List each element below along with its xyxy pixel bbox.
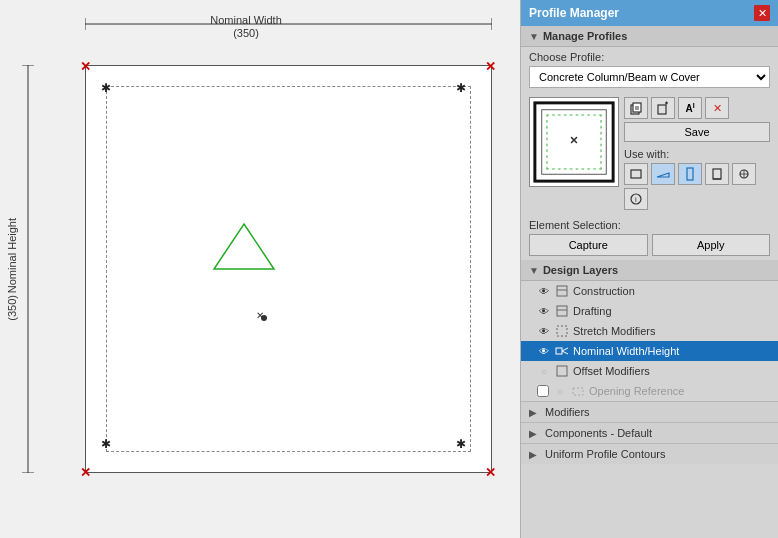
- profile-icon-row: AI ✕: [624, 97, 770, 119]
- layer-drafting[interactable]: 👁 Drafting: [521, 301, 778, 321]
- svg-rect-131: [557, 286, 567, 296]
- svg-line-137: [562, 348, 568, 351]
- info-icon: i: [629, 192, 643, 206]
- dim-width-label: Nominal Width: [0, 14, 492, 26]
- offset-layer-icon: [555, 364, 569, 378]
- save-button[interactable]: Save: [624, 122, 770, 142]
- right-panel: Profile Manager ✕ ▼ Manage Profiles Choo…: [520, 0, 778, 538]
- drafting-layer-icon: [555, 304, 569, 318]
- inner-rectangle: [106, 86, 471, 452]
- layer-stretch-label: Stretch Modifiers: [573, 325, 656, 337]
- use-with-info-button[interactable]: i: [624, 188, 648, 210]
- svg-rect-136: [556, 348, 562, 354]
- choose-profile-section: Choose Profile: Concrete Column/Beam w C…: [521, 47, 778, 92]
- door-icon: [710, 167, 724, 181]
- manage-profiles-arrow: ▼: [529, 31, 539, 42]
- svg-rect-135: [557, 326, 567, 336]
- stretch-layer-icon: [555, 324, 569, 338]
- panel-close-button[interactable]: ✕: [754, 5, 770, 21]
- use-with-beam-button[interactable]: [651, 163, 675, 185]
- svg-rect-124: [713, 169, 721, 179]
- svg-rect-139: [557, 366, 567, 376]
- design-layers-header[interactable]: ▼ Design Layers: [521, 260, 778, 281]
- use-with-wall-button[interactable]: [624, 163, 648, 185]
- svg-marker-122: [657, 173, 669, 177]
- nominal-layer-icon: [555, 344, 569, 358]
- profile-delete-button[interactable]: ✕: [705, 97, 729, 119]
- opening-checkbox[interactable]: [537, 385, 549, 397]
- capture-apply-row: Capture Apply: [529, 234, 770, 256]
- dim-height-value: (350): [6, 295, 18, 321]
- corner-tl: ✱: [101, 81, 111, 91]
- add-icon: [656, 101, 670, 115]
- preview-svg: [530, 98, 618, 186]
- modifiers-label: Modifiers: [545, 406, 590, 418]
- modifiers-section[interactable]: ▶ Modifiers: [521, 401, 778, 422]
- beam-icon: [656, 167, 670, 181]
- layer-nominal-label: Nominal Width/Height: [573, 345, 679, 357]
- corner-bl: ✱: [101, 437, 111, 447]
- eye-icon-offset: ○: [537, 366, 551, 377]
- dim-height-labels: Nominal Height (350): [4, 65, 20, 473]
- svg-rect-111: [548, 116, 601, 169]
- text-icon: AI: [685, 102, 694, 114]
- layer-construction-label: Construction: [573, 285, 635, 297]
- wall-icon: [629, 167, 643, 181]
- layer-stretch[interactable]: 👁 Stretch Modifiers: [521, 321, 778, 341]
- object-icon: [737, 167, 751, 181]
- manage-profiles-header[interactable]: ▼ Manage Profiles: [521, 26, 778, 47]
- dim-height-line: [18, 65, 38, 473]
- components-arrow: ▶: [529, 428, 537, 439]
- panel-title: Profile Manager: [529, 6, 619, 20]
- red-corner-bl: ✕: [80, 466, 92, 478]
- components-label: Components - Default: [545, 427, 652, 439]
- dim-height-label: Nominal Height: [6, 218, 18, 293]
- eye-icon-stretch: 👁: [537, 326, 551, 337]
- uniform-section[interactable]: ▶ Uniform Profile Contours: [521, 443, 778, 464]
- choose-profile-label: Choose Profile:: [529, 51, 770, 63]
- profile-actions: AI ✕ Save Use with:: [624, 97, 770, 210]
- element-selection-section: Element Selection: Capture Apply: [521, 215, 778, 260]
- element-selection-label: Element Selection:: [529, 219, 770, 231]
- layer-construction[interactable]: 👁 Construction: [521, 281, 778, 301]
- opening-layer-icon: [571, 384, 585, 398]
- svg-rect-123: [687, 168, 693, 180]
- layer-offset[interactable]: ○ Offset Modifiers: [521, 361, 778, 381]
- column-icon: [683, 167, 697, 181]
- layer-opening[interactable]: ○ Opening Reference: [521, 381, 778, 401]
- use-with-label: Use with:: [624, 148, 770, 160]
- copy-icon: [629, 101, 643, 115]
- layer-opening-label: Opening Reference: [589, 385, 684, 397]
- use-with-object-button[interactable]: [732, 163, 756, 185]
- eye-icon-nominal: 👁: [537, 346, 551, 357]
- svg-line-138: [562, 351, 568, 354]
- use-with-door-button[interactable]: [705, 163, 729, 185]
- svg-rect-133: [557, 306, 567, 316]
- dim-height-container: [18, 65, 38, 473]
- profile-dropdown[interactable]: Concrete Column/Beam w Cover: [529, 66, 770, 88]
- triangle-container: [209, 219, 279, 277]
- modifiers-arrow: ▶: [529, 407, 537, 418]
- triangle-svg: [209, 219, 279, 274]
- canvas-area: Nominal Width (350) Nominal Height (350)…: [0, 0, 520, 538]
- profile-add-button[interactable]: [651, 97, 675, 119]
- svg-rect-118: [658, 105, 666, 114]
- use-with-column-button[interactable]: [678, 163, 702, 185]
- red-corner-tl: ✕: [80, 60, 92, 72]
- apply-button[interactable]: Apply: [652, 234, 771, 256]
- uniform-arrow: ▶: [529, 449, 537, 460]
- components-section[interactable]: ▶ Components - Default: [521, 422, 778, 443]
- manage-profiles-label: Manage Profiles: [543, 30, 627, 42]
- corner-br: ✱: [456, 437, 466, 447]
- profile-copy-button[interactable]: [624, 97, 648, 119]
- center-cross: ✕: [256, 310, 264, 321]
- eye-icon-drafting: 👁: [537, 306, 551, 317]
- layer-nominal[interactable]: 👁 Nominal Width/Height: [521, 341, 778, 361]
- corner-tr: ✱: [456, 81, 466, 91]
- profile-preview-section: AI ✕ Save Use with:: [521, 92, 778, 215]
- eye-icon-construction: 👁: [537, 286, 551, 297]
- dim-width-value: (350): [0, 27, 492, 39]
- layer-drafting-label: Drafting: [573, 305, 612, 317]
- capture-button[interactable]: Capture: [529, 234, 648, 256]
- profile-text-button[interactable]: AI: [678, 97, 702, 119]
